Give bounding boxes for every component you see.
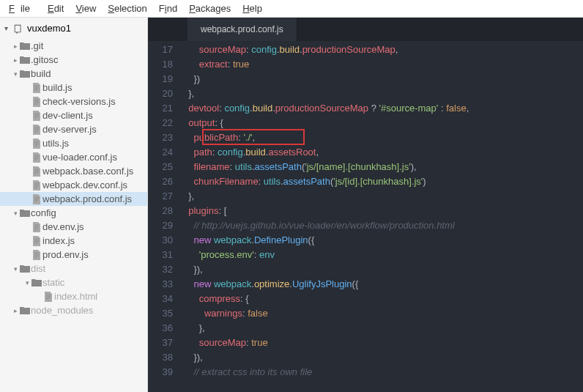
code-line[interactable]: }, [183,86,583,101]
code-line[interactable]: compress: { [183,292,583,306]
line-number: 20 [148,86,173,101]
line-number: 25 [148,160,173,174]
code-line[interactable]: // http://vuejs.github.io/vue-loader/en/… [183,218,583,233]
code-view[interactable]: 1718192021222324252627282930313233343536… [148,41,583,392]
menu-selection[interactable]: Selection [102,1,152,16]
folder-icon [19,209,31,218]
tree-file[interactable]: index.js [0,234,147,248]
tree-label: utils.js [42,138,69,149]
chevron-icon: ▾ [12,210,19,217]
code-line[interactable]: }), [183,350,583,365]
tree-label: index.js [42,235,75,246]
file-icon [31,194,42,204]
tree-folder[interactable]: ▸.gitosc [0,53,147,67]
tree-file[interactable]: utils.js [0,136,147,150]
file-icon [31,222,42,232]
code-line[interactable]: new webpack.DefinePlugin({ [183,233,583,248]
chevron-down-icon: ▾ [4,24,13,32]
tree-label: node_modules [31,305,93,316]
project-name: vuxdemo1 [27,23,71,34]
tree-file[interactable]: index.html [0,289,147,303]
code-line[interactable]: }) [183,72,583,86]
code-line[interactable]: 'process.env': env [183,248,583,262]
code-line[interactable]: new webpack.optimize.UglifyJsPlugin({ [183,277,583,292]
line-number: 29 [148,218,173,233]
line-number: 19 [148,72,173,86]
tree-label: dist [31,263,45,274]
code-line[interactable]: warnings: false [183,306,583,321]
tree-label: dev-server.js [42,124,97,135]
tab-title: webpack.prod.conf.js [201,24,283,34]
tree-file[interactable]: dev-client.js [0,108,147,122]
file-icon [42,292,54,302]
tree-folder[interactable]: ▾dist [0,262,147,275]
code-line[interactable]: filename: utils.assetsPath('js/[name].[c… [183,160,583,174]
code-line[interactable]: chunkFilename: utils.assetsPath('js/[id]… [183,174,583,189]
tree-file[interactable]: dev.env.js [0,220,147,234]
code-line[interactable]: publicPath: './', [183,130,583,145]
file-icon [31,236,42,246]
code-line[interactable]: devtool: config.build.productionSourceMa… [183,101,583,116]
project-root[interactable]: ▾ vuxdemo1 [0,21,147,36]
folder-icon [19,306,31,315]
menu-edit[interactable]: Edit [42,1,70,16]
tree-folder[interactable]: ▾static [0,275,147,289]
code-line[interactable]: sourceMap: config.build.productionSource… [183,42,583,57]
tree-folder[interactable]: ▸node_modules [0,303,147,317]
code-lines[interactable]: sourceMap: config.build.productionSource… [180,41,583,392]
chevron-icon: ▾ [23,279,31,286]
code-line[interactable]: plugins: [ [183,204,583,218]
code-line[interactable]: }, [183,321,583,336]
tree-label: dev.env.js [42,221,84,232]
file-icon [31,180,42,191]
tree-file[interactable]: prod.env.js [0,248,147,262]
tree-folder[interactable]: ▾build [0,67,147,81]
chevron-icon: ▸ [12,42,19,50]
tree-label: dev-client.js [42,110,93,121]
code-line[interactable]: }), [183,262,583,277]
code-line[interactable]: extract: true [183,57,583,72]
file-icon [31,166,42,177]
tree-file[interactable]: vue-loader.conf.js [0,150,147,164]
tree-file[interactable]: webpack.prod.conf.js [0,192,147,206]
line-number: 38 [148,350,173,365]
code-line[interactable]: // extract css into its own file [183,365,583,380]
file-icon [31,97,42,107]
file-icon [31,250,42,260]
menu-packages[interactable]: Packages [183,1,237,16]
menu-file[interactable]: File [3,1,42,16]
menu-view[interactable]: View [70,1,102,16]
tree-label: config [31,207,56,218]
line-number: 35 [148,306,173,321]
tree-label: build [31,68,51,79]
code-line[interactable]: path: config.build.assetsRoot, [183,145,583,160]
tree-folder[interactable]: ▾config [0,206,147,220]
code-line[interactable]: sourceMap: true [183,336,583,350]
line-number: 26 [148,174,173,189]
tree-file[interactable]: dev-server.js [0,122,147,136]
chevron-icon: ▸ [12,307,19,314]
code-line[interactable]: }, [183,189,583,204]
line-number: 37 [148,336,173,350]
line-number: 30 [148,233,173,248]
menu-find[interactable]: Find [153,1,183,16]
tree-folder[interactable]: ▸.git [0,39,147,53]
tree-file[interactable]: webpack.base.conf.js [0,164,147,178]
tree-file[interactable]: check-versions.js [0,95,147,108]
code-line[interactable]: output: { [183,116,583,130]
tree-file[interactable]: webpack.dev.conf.js [0,178,147,192]
chevron-icon: ▸ [12,56,19,64]
tab-bar: webpack.prod.conf.js [148,18,583,41]
chevron-icon: ▾ [12,265,19,273]
menu-help[interactable]: Help [237,1,268,16]
line-number: 23 [148,130,173,145]
editor: webpack.prod.conf.js 1718192021222324252… [148,18,583,392]
line-number: 39 [148,365,173,380]
tree-file[interactable]: build.js [0,81,147,95]
menubar: File Edit View Selection Find Packages H… [0,0,583,18]
sidebar: ▾ vuxdemo1 ▸.git▸.gitosc▾buildbuild.jsch… [0,18,148,392]
folder-icon [19,265,31,273]
folder-icon [19,70,31,78]
line-number: 24 [148,145,173,160]
tab-active[interactable]: webpack.prod.conf.js [187,18,297,41]
